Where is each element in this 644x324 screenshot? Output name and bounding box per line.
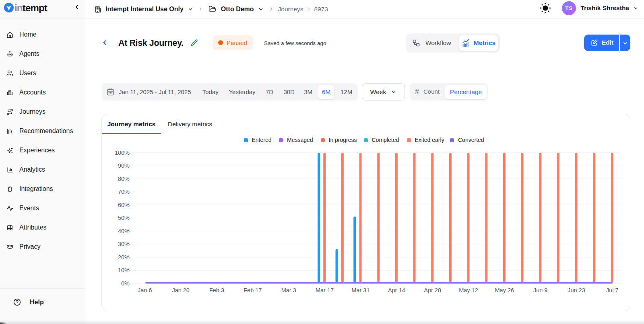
svg-text:0%: 0% [121, 280, 130, 287]
svg-text:Jun 23: Jun 23 [568, 287, 585, 293]
svg-text:100%: 100% [115, 150, 130, 156]
svg-text:May 26: May 26 [495, 287, 514, 293]
svg-text:Apr 14: Apr 14 [388, 287, 405, 293]
svg-text:90%: 90% [118, 162, 130, 169]
svg-text:40%: 40% [118, 228, 130, 234]
svg-text:Apr 28: Apr 28 [424, 287, 441, 293]
svg-text:Jul 7: Jul 7 [606, 287, 619, 293]
svg-text:20%: 20% [118, 254, 130, 260]
svg-text:50%: 50% [118, 215, 130, 221]
svg-text:80%: 80% [118, 176, 130, 182]
svg-text:70%: 70% [118, 189, 130, 195]
svg-text:Jan 6: Jan 6 [138, 287, 152, 293]
svg-text:Mar 3: Mar 3 [281, 287, 296, 293]
svg-text:30%: 30% [118, 241, 130, 247]
svg-text:Feb 3: Feb 3 [209, 287, 224, 293]
svg-text:10%: 10% [118, 267, 130, 273]
svg-text:Mar 17: Mar 17 [316, 287, 334, 293]
svg-text:Mar 31: Mar 31 [351, 287, 369, 293]
svg-text:May 12: May 12 [459, 287, 478, 293]
svg-text:Feb 17: Feb 17 [244, 287, 262, 293]
svg-text:Jan 20: Jan 20 [172, 287, 190, 293]
svg-text:Jun 9: Jun 9 [533, 287, 547, 293]
svg-text:60%: 60% [118, 202, 130, 208]
